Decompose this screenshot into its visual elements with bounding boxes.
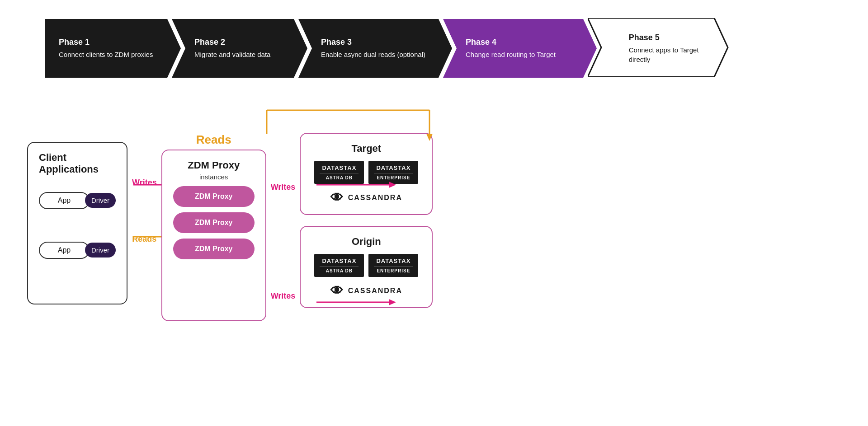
client-box-title: ClientApplications [39, 152, 99, 176]
diagram-wrapper: ClientApplications App Driver App Driver… [27, 106, 841, 321]
diagram-svg-overlay [27, 106, 841, 422]
origin-ds-brand-1: DATASTAX [320, 257, 359, 264]
phase3-arrow: Phase 3 Enable async dual reads (optiona… [298, 19, 452, 78]
cassandra-eye-icon-2: 👁 [330, 283, 344, 298]
origin-datastax-enterprise: DATASTAX ENTERPRISE [368, 254, 418, 277]
zdm-proxy-box: ZDM Proxy instances ZDM Proxy ZDM Proxy … [161, 150, 266, 321]
target-box: Target DATASTAX ASTRA DB DATASTAX ENTERP… [300, 133, 433, 215]
reads-top-area: Reads [161, 133, 266, 147]
target-cassandra: 👁 CASSANDRA [330, 190, 402, 205]
reads-arrow-group: Reads [132, 234, 156, 246]
writes-label-2: Writes [271, 183, 296, 192]
reads-top-label: Reads [196, 133, 231, 146]
target-ds-brand-2: DATASTAX [374, 164, 413, 171]
target-box-title: Target [352, 143, 382, 154]
phase2-desc: Migrate and validate data [194, 50, 294, 59]
phase3-number: Phase 3 [321, 37, 439, 47]
writes-label-3: Writes [271, 291, 296, 301]
origin-datastax-logos: DATASTAX ASTRA DB DATASTAX ENTERPRISE [314, 254, 418, 277]
phase4-number: Phase 4 [466, 37, 583, 47]
phase5-number: Phase 5 [629, 33, 703, 42]
origin-box-title: Origin [352, 236, 381, 248]
phase2-number: Phase 2 [194, 37, 294, 47]
phase1-number: Phase 1 [59, 37, 167, 47]
phase5-desc: Connect apps to Target directly [629, 45, 703, 64]
target-datastax-enterprise: DATASTAX ENTERPRISE [368, 161, 418, 184]
zdm-proxy-pill-1: ZDM Proxy [173, 186, 255, 207]
writes-arrow-group: Writes [132, 178, 157, 189]
client-box: ClientApplications App Driver App Driver [27, 142, 127, 304]
zdm-box-subtitle: instances [199, 173, 228, 181]
target-datastax-astra: DATASTAX ASTRA DB [314, 161, 364, 184]
target-ds-sub-1: ASTRA DB [320, 173, 359, 180]
app-label-2: App [39, 242, 90, 259]
target-datastax-logos: DATASTAX ASTRA DB DATASTAX ENTERPRISE [314, 161, 418, 184]
phase2-arrow: Phase 2 Migrate and validate data [172, 19, 307, 78]
zdm-box-wrapper: Reads ZDM Proxy instances ZDM Proxy ZDM … [161, 133, 266, 321]
zdm-box-title: ZDM Proxy [188, 159, 240, 171]
reads-label-1: Reads [132, 234, 156, 244]
zdm-proxy-pill-2: ZDM Proxy [173, 212, 255, 233]
phase3-desc: Enable async dual reads (optional) [321, 50, 439, 59]
origin-ds-brand-2: DATASTAX [374, 257, 413, 264]
app-label-1: App [39, 192, 90, 209]
phase5-wrapper: Phase 5 Connect apps to Target directly [588, 18, 737, 79]
zdm-to-db-labels: Writes Writes [271, 183, 296, 301]
driver-badge-1: Driver [85, 193, 116, 208]
phase4-arrow: Phase 4 Change read routing to Target [443, 19, 597, 78]
driver-badge-2: Driver [85, 243, 116, 257]
phase4-desc: Change read routing to Target [466, 50, 583, 59]
cassandra-eye-icon-1: 👁 [330, 190, 344, 205]
origin-ds-sub-2: ENTERPRISE [374, 266, 413, 273]
origin-ds-sub-1: ASTRA DB [320, 266, 359, 273]
origin-cassandra: 👁 CASSANDRA [330, 283, 402, 298]
target-cassandra-label: CASSANDRA [348, 194, 402, 202]
phase5-content: Phase 5 Connect apps to Target directly [629, 33, 703, 64]
zdm-proxy-pill-3: ZDM Proxy [173, 239, 255, 259]
app-pill-1: App Driver [39, 192, 116, 209]
target-origin-col: Target DATASTAX ASTRA DB DATASTAX ENTERP… [300, 133, 433, 308]
target-ds-brand-1: DATASTAX [320, 164, 359, 171]
phases-row: Phase 1 Connect clients to ZDM proxies P… [45, 18, 841, 79]
origin-datastax-astra: DATASTAX ASTRA DB [314, 254, 364, 277]
app-pill-2: App Driver [39, 242, 116, 259]
origin-cassandra-label: CASSANDRA [348, 287, 402, 295]
origin-box: Origin DATASTAX ASTRA DB DATASTAX ENTERP… [300, 226, 433, 308]
phase1-arrow: Phase 1 Connect clients to ZDM proxies [45, 19, 181, 78]
page: Phase 1 Connect clients to ZDM proxies P… [0, 0, 868, 426]
client-to-zdm-labels: Writes Reads [132, 178, 157, 246]
phase1-desc: Connect clients to ZDM proxies [59, 50, 167, 59]
writes-label-1: Writes [132, 178, 157, 187]
target-ds-sub-2: ENTERPRISE [374, 173, 413, 180]
